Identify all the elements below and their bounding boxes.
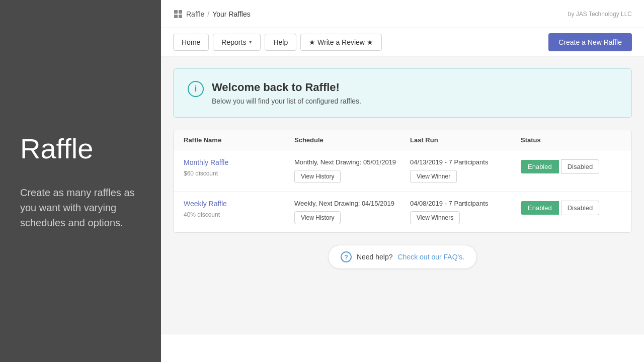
monthly-view-history-button[interactable]: View History	[294, 170, 341, 183]
bottom-bar	[161, 334, 644, 362]
last-run-cell: 04/08/2019 - 7 Participants View Winners	[410, 200, 521, 224]
help-footer: ? Need help? Check out our FAQ's.	[173, 245, 632, 269]
breadcrumb-current: Your Raffles	[212, 10, 251, 18]
chevron-down-icon: ▾	[249, 39, 252, 45]
weekly-last-run: 04/08/2019 - 7 Participants	[410, 200, 521, 207]
weekly-raffle-link[interactable]: Weekly Raffle	[184, 200, 294, 208]
weekly-view-winners-button[interactable]: View Winners	[410, 211, 460, 224]
monthly-raffle-discount: $60 discount	[184, 170, 218, 177]
weekly-enabled-button[interactable]: Enabled	[521, 201, 559, 215]
app-title: Raffle	[20, 132, 141, 165]
welcome-subtitle: Below you will find your list of configu…	[212, 97, 361, 105]
raffle-name-cell: Monthly Raffle $60 discount	[184, 158, 294, 177]
welcome-title: Welcome back to Raffle!	[212, 81, 361, 94]
breadcrumb-app: Raffle	[186, 10, 204, 18]
welcome-banner: i Welcome back to Raffle! Below you will…	[173, 68, 632, 118]
status-cell: Enabled Disabled	[521, 200, 621, 215]
navbar: Home Reports ▾ Help ★ Write a Review ★ C…	[161, 28, 644, 56]
table-row: Weekly Raffle 40% discount Weekly, Next …	[174, 192, 631, 232]
weekly-view-history-button[interactable]: View History	[294, 211, 341, 224]
reports-button[interactable]: Reports ▾	[213, 34, 261, 51]
schedule-cell: Monthly, Next Drawing: 05/01/2019 View H…	[294, 158, 410, 183]
schedule-cell: Weekly, Next Drawing: 04/15/2019 View Hi…	[294, 200, 410, 224]
weekly-schedule: Weekly, Next Drawing: 04/15/2019	[294, 200, 410, 207]
table-header: Raffle Name Schedule Last Run Status	[174, 130, 631, 150]
breadcrumb-separator: /	[207, 10, 209, 18]
nav-buttons: Home Reports ▾ Help ★ Write a Review ★	[173, 34, 382, 51]
welcome-text: Welcome back to Raffle! Below you will f…	[212, 81, 361, 105]
monthly-last-run: 04/13/2019 - 7 Participants	[410, 158, 521, 166]
info-icon: i	[188, 81, 204, 97]
weekly-disabled-button[interactable]: Disabled	[561, 201, 600, 215]
create-raffle-button[interactable]: Create a New Raffle	[548, 33, 632, 51]
help-pill: ? Need help? Check out our FAQ's.	[328, 245, 477, 269]
main-content: Raffle / Your Raffles by JAS Technology …	[161, 0, 644, 362]
question-icon: ?	[341, 251, 352, 262]
col-last-run: Last Run	[410, 136, 521, 144]
monthly-raffle-link[interactable]: Monthly Raffle	[184, 158, 294, 166]
col-raffle-name: Raffle Name	[184, 136, 294, 144]
help-text: Need help?	[357, 253, 393, 261]
home-button[interactable]: Home	[173, 34, 209, 51]
monthly-disabled-button[interactable]: Disabled	[561, 159, 600, 174]
raffle-name-cell: Weekly Raffle 40% discount	[184, 200, 294, 219]
grid-icon	[173, 9, 183, 19]
help-button[interactable]: Help	[265, 34, 296, 51]
weekly-raffle-discount: 40% discount	[184, 211, 220, 218]
page-content: i Welcome back to Raffle! Below you will…	[161, 56, 644, 334]
last-run-cell: 04/13/2019 - 7 Participants View Winner	[410, 158, 521, 183]
col-schedule: Schedule	[294, 136, 410, 144]
monthly-view-winner-button[interactable]: View Winner	[410, 170, 457, 183]
topbar-credit: by JAS Technology LLC	[568, 11, 632, 18]
review-button[interactable]: ★ Write a Review ★	[300, 34, 382, 51]
sidebar: Raffle Create as many raffles as you wan…	[0, 0, 161, 362]
table-row: Monthly Raffle $60 discount Monthly, Nex…	[174, 150, 631, 192]
faq-link[interactable]: Check out our FAQ's.	[398, 253, 465, 261]
raffle-table: Raffle Name Schedule Last Run Status Mon…	[173, 130, 632, 233]
monthly-enabled-button[interactable]: Enabled	[521, 160, 559, 173]
breadcrumb: Raffle / Your Raffles	[173, 9, 251, 19]
status-cell: Enabled Disabled	[521, 158, 621, 174]
col-status: Status	[521, 136, 621, 144]
reports-label: Reports	[221, 38, 246, 46]
topbar: Raffle / Your Raffles by JAS Technology …	[161, 0, 644, 28]
monthly-schedule: Monthly, Next Drawing: 05/01/2019	[294, 158, 410, 166]
sidebar-description: Create as many raffles as you want with …	[20, 185, 141, 230]
